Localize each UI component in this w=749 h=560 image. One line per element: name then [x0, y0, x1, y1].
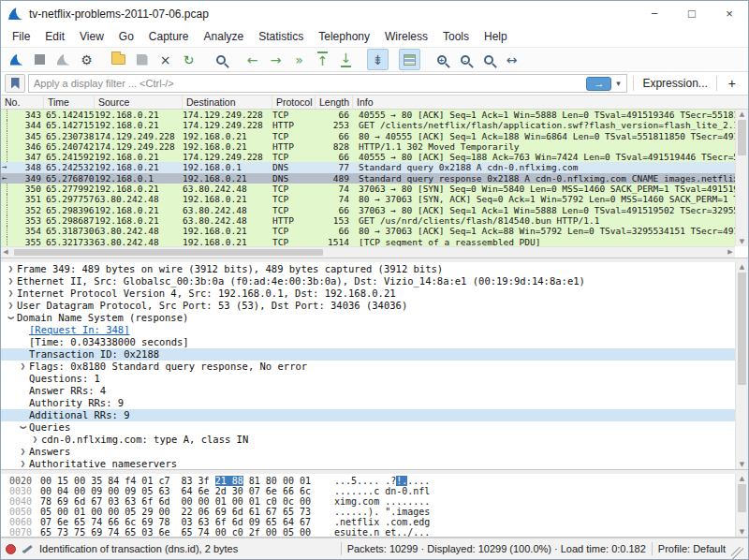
hex-bytes[interactable]: 05 00 01 00 00 05 29 00 22 06 69 6d 61 6… — [40, 507, 317, 517]
scroll-up-icon[interactable]: ▲ — [736, 110, 748, 119]
expert-info-icon[interactable] — [6, 544, 16, 554]
hex-row[interactable]: 002000 15 00 35 84 f4 01 c7 83 3f 21 88 … — [1, 476, 735, 486]
packet-list-vscrollbar[interactable]: ▲ ▼ — [735, 110, 748, 246]
expander-icon[interactable]: ❯ — [17, 446, 29, 458]
expander-icon[interactable]: ❯ — [5, 275, 17, 287]
resize-grip[interactable] — [731, 547, 743, 559]
go-back-button[interactable]: ← — [242, 49, 263, 70]
menu-statistics[interactable]: Statistics — [251, 27, 311, 46]
scroll-up-icon[interactable]: ▲ — [736, 474, 748, 483]
start-capture-button[interactable] — [6, 49, 27, 70]
ascii-bytes[interactable]: .......c dn-0.nfl — [317, 486, 430, 496]
auto-scroll-button[interactable]: ⇟ — [367, 49, 389, 70]
col-header-time[interactable]: Time — [44, 96, 95, 109]
open-file-button[interactable] — [108, 49, 129, 70]
packet-list-vscroll-thumb[interactable] — [738, 120, 746, 155]
selected-bytes[interactable]: 21 88 — [215, 476, 243, 486]
detail-line[interactable]: ❯Internet Protocol Version 4, Src: 192.1… — [1, 287, 735, 300]
menu-view[interactable]: View — [72, 27, 111, 46]
col-header-source[interactable]: Source — [95, 96, 183, 109]
zoom-out-button[interactable] — [454, 49, 476, 70]
zoom-in-button[interactable] — [431, 49, 452, 70]
display-filter-input[interactable] — [29, 78, 586, 89]
hex-bytes[interactable]: 78 69 6d 67 03 63 6f 6d 00 00 01 00 01 c… — [40, 496, 317, 507]
detail-line[interactable]: ❯Ethernet II, Src: Globalsc_00:3b:0a (f0… — [1, 275, 735, 287]
packet-row-354[interactable]: 35465.31873063.80.242.48192.168.0.21TCP6… — [1, 226, 735, 236]
menu-capture[interactable]: Capture — [141, 27, 197, 46]
col-header-no[interactable]: No. — [1, 96, 44, 109]
ascii-bytes[interactable]: .netflix .com.edg — [317, 517, 430, 527]
detail-line[interactable]: ❯Flags: 0x8180 Standard query response, … — [1, 361, 735, 373]
packet-row-349[interactable]: 34965.276870192.168.0.1192.168.0.21DNS48… — [1, 173, 735, 184]
scroll-right-icon[interactable]: ▶ — [726, 247, 735, 258]
menu-tools[interactable]: Tools — [435, 27, 477, 46]
go-forward-button[interactable]: → — [265, 49, 286, 70]
hex-row[interactable]: 005005 00 01 00 00 05 29 00 22 06 69 6d … — [1, 507, 735, 517]
expander-icon[interactable]: ❯ — [5, 287, 17, 300]
restart-capture-button[interactable] — [52, 49, 74, 70]
scroll-left-icon[interactable]: ◀ — [1, 247, 10, 258]
stop-capture-button[interactable] — [29, 49, 51, 70]
add-filter-button[interactable]: + — [723, 76, 744, 91]
profile-status[interactable]: Profile: Default — [658, 543, 726, 554]
menu-telephony[interactable]: Telephony — [311, 27, 377, 46]
packet-list-hscrollbar[interactable]: ◀ ▶ — [1, 246, 735, 258]
hex-row[interactable]: 006007 6e 65 74 66 6c 69 78 03 63 6f 6d … — [1, 517, 735, 527]
packet-row-348[interactable]: 34865.242532192.168.0.21192.168.0.1DNS77… — [1, 162, 735, 172]
close-file-button[interactable]: × — [154, 49, 176, 70]
detail-line[interactable]: ❯Frame 349: 489 bytes on wire (3912 bits… — [1, 263, 735, 275]
ascii-bytes[interactable]: ximg.com ........ — [317, 496, 430, 507]
filter-bookmark-button[interactable] — [5, 74, 25, 93]
find-packet-button[interactable] — [210, 49, 231, 70]
go-to-top-button[interactable]: ↑ — [312, 49, 333, 70]
packet-row-353[interactable]: 35365.298687192.168.0.2163.80.242.48HTTP… — [1, 215, 735, 226]
packet-row-347[interactable]: 34765.241592192.168.0.21174.129.249.228T… — [1, 152, 735, 162]
details-vscrollbar[interactable]: ▲ ▼ — [735, 262, 748, 469]
scroll-down-icon[interactable]: ▼ — [736, 237, 748, 246]
close-button[interactable]: × — [711, 1, 748, 26]
menu-help[interactable]: Help — [477, 27, 515, 46]
reload-button[interactable]: ↻ — [178, 49, 199, 70]
expander-icon[interactable]: ❯ — [29, 434, 41, 446]
packet-row-350[interactable]: 35065.277992192.168.0.2163.80.242.48TCP7… — [1, 184, 735, 194]
ascii-bytes[interactable]: esuite.n et../... — [317, 527, 430, 538]
menu-analyze[interactable]: Analyze — [197, 27, 252, 46]
detail-line[interactable]: Questions: 1 — [1, 373, 735, 385]
packet-list-hscroll-thumb[interactable] — [14, 249, 323, 256]
detail-line[interactable]: ❯User Datagram Protocol, Src Port: 53 (5… — [1, 300, 735, 312]
filter-dropdown-button[interactable]: ▼ — [611, 80, 624, 88]
maximize-button[interactable]: □ — [673, 1, 711, 26]
hex-row[interactable]: 007065 73 75 69 74 65 03 6e 65 74 00 c0 … — [1, 527, 735, 538]
apply-filter-button[interactable]: → — [586, 77, 611, 91]
detail-line[interactable]: Additional RRs: 9 — [1, 409, 735, 421]
detail-line[interactable]: ❯Domain Name System (response) — [1, 312, 735, 324]
detail-line[interactable]: ❯cdn-0.nflximg.com: type A, class IN — [1, 434, 735, 446]
bytes-vscroll-thumb[interactable] — [738, 484, 746, 512]
menu-wireless[interactable]: Wireless — [377, 27, 435, 46]
zoom-100-button[interactable] — [477, 49, 499, 70]
col-header-info[interactable]: Info — [353, 96, 735, 109]
packet-row-343[interactable]: 34365.142415192.168.0.21174.129.249.228T… — [1, 110, 735, 120]
packet-row-355[interactable]: 35565.32173363.80.242.48192.168.0.21TCP1… — [1, 237, 735, 246]
packet-row-351[interactable]: 35165.29775763.80.242.48192.168.0.21TCP7… — [1, 194, 735, 204]
detail-line[interactable]: Answer RRs: 4 — [1, 385, 735, 397]
capture-options-button[interactable]: ⚙ — [76, 49, 97, 70]
save-file-button[interactable] — [131, 49, 153, 70]
ascii-bytes[interactable]: ......). ".images — [317, 507, 430, 517]
expander-icon[interactable]: ❯ — [17, 421, 29, 434]
details-vscroll-thumb[interactable] — [738, 273, 746, 385]
hex-bytes[interactable]: 00 04 00 09 00 09 05 63 64 6e 2d 30 07 6… — [40, 486, 317, 496]
selected-ascii[interactable]: !. — [396, 476, 407, 486]
ascii-bytes[interactable]: ...5.... .?!..... — [317, 476, 430, 486]
go-to-bottom-button[interactable]: ↓ — [335, 49, 357, 70]
col-header-length[interactable]: Length — [316, 96, 353, 109]
hex-row[interactable]: 003000 04 00 09 00 09 05 63 64 6e 2d 30 … — [1, 486, 735, 496]
capture-comment-icon[interactable] — [22, 543, 34, 555]
detail-line[interactable]: Authority RRs: 9 — [1, 397, 735, 409]
hex-row[interactable]: 004078 69 6d 67 03 63 6f 6d 00 00 01 00 … — [1, 496, 735, 507]
expander-icon[interactable]: ❯ — [17, 361, 29, 373]
packet-row-352[interactable]: 35265.298396192.168.0.2163.80.242.48TCP6… — [1, 205, 735, 215]
resize-columns-button[interactable]: ↔ — [501, 49, 522, 70]
scroll-up-icon[interactable]: ▲ — [736, 262, 748, 272]
bytes-vscrollbar[interactable]: ▲ ▼ — [735, 474, 748, 537]
